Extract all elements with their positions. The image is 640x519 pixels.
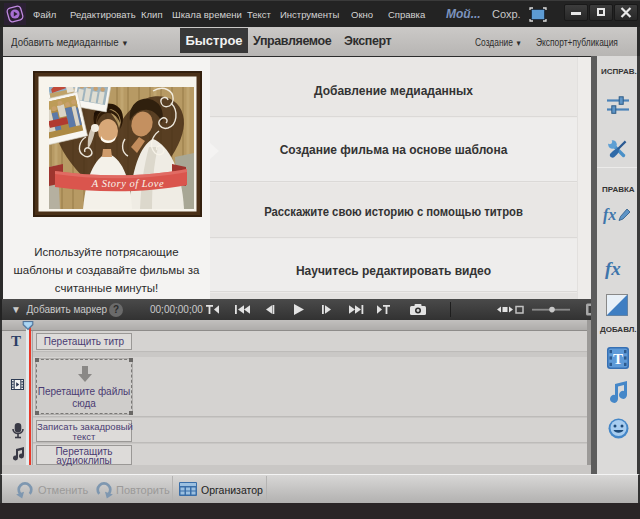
svg-text:T: T (613, 351, 623, 367)
svg-text:A Story of Love: A Story of Love (91, 178, 164, 189)
